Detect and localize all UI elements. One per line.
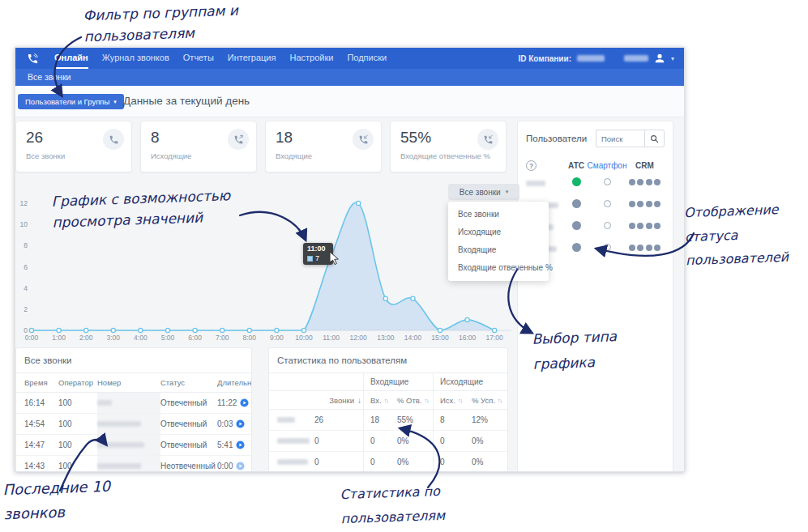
tooltip-series-swatch [307,256,313,262]
col-incoming-sort[interactable]: Вх.↑↓ [363,391,392,409]
users-search-button[interactable] [644,130,665,147]
play-button-icon[interactable] [236,440,245,449]
tooltip-time: 11:00 [307,245,329,253]
help-icon[interactable]: ? [526,160,537,171]
nav-tab-4[interactable]: Интеграция [228,48,276,69]
top-navbar: ОнлайнЖурнал звонковОтчетыИнтеграцияНаст… [15,48,684,69]
navbar-right: ID Компании: ▾ [518,53,678,64]
stats-in: 0 [363,431,392,451]
call-status: Отвеченный [160,419,217,428]
dropdown-option-2[interactable]: Исходящие [448,223,549,241]
call-number-redacted [97,456,160,472]
x-tick: 4:00 [128,334,152,342]
dropdown-option-1[interactable]: Все звонки [448,206,549,223]
call-number-redacted [97,393,160,413]
dropdown-option-4[interactable]: Входящие отвеченные % [448,259,549,277]
call-status: Неотвеченный [160,462,217,470]
user-avatar-icon[interactable] [654,53,665,64]
users-search-input[interactable] [596,130,644,147]
x-tick: 0:00 [19,334,44,342]
users-groups-filter-button[interactable]: Пользователи и Группы ▾ [18,94,124,109]
y-tick-12: 12 [15,199,28,207]
stats-in-pct: 0% [392,452,433,472]
nav-tabs: ОнлайнЖурнал звонковОтчетыИнтеграцияНаст… [54,48,387,69]
group-outgoing: Исходящие [433,373,507,390]
stats-calls: 0 [311,452,363,472]
x-tick: 3:00 [101,334,126,342]
stats-out: 0 [433,431,467,451]
col-outgoing-sort[interactable]: Исх.↑↓ [433,391,467,409]
calls-col: Время [24,378,58,387]
user-menu-chevron-icon[interactable]: ▾ [671,55,674,62]
tooltip-value: 7 [315,254,319,262]
stats-user-redacted [269,431,311,451]
company-id-value-redacted [577,55,605,62]
play-button-icon[interactable] [236,419,245,428]
x-tick: 14:00 [400,334,425,342]
phone-icon [103,129,124,150]
stat-label: Все звонки [26,151,122,160]
play-button-icon[interactable] [236,462,245,470]
chevron-down-icon: ▾ [506,189,509,195]
smartphone-status-dot [604,222,611,229]
nav-tab-1[interactable]: Онлайн [54,48,88,69]
user-stats-card: Статистика по пользователям Входящие Исх… [268,347,508,472]
call-operator: 100 [58,398,97,407]
y-tick-6: 6 [15,263,28,271]
call-time: 14:43 [24,462,58,470]
note-recent-calls: Последние 10 звонков [2,475,112,526]
call-number-redacted [97,435,160,455]
col-crm: CRM [625,161,665,170]
x-tick: 10:00 [292,334,316,342]
users-panel: Пользователи ? АТС Смартфон CRM [517,121,673,472]
stats-out: 8 [433,410,467,430]
stat-card-2: 8Исходящие [140,121,257,172]
x-tick: 12:00 [346,334,370,342]
y-tick-10: 10 [15,220,28,228]
x-tick: 16:00 [455,334,480,342]
note-status: Отображение статуса пользователей [683,198,789,273]
dropdown-option-3[interactable]: Входящие [448,241,549,259]
call-row-4: 14:43100Неотвеченный0:00 [16,456,251,472]
username-redacted [624,55,648,62]
call-time: 14:54 [24,419,58,428]
sort-icon: ↑↓ [384,398,388,403]
stat-card-3: 18Входящие [265,121,382,172]
call-row-2: 14:54100Отвеченный0:03 [16,414,251,435]
col-success-pct-sort[interactable]: % Усп.↑↓ [467,391,507,409]
stat-label: Входящие [276,151,371,160]
atc-status-dot [572,199,581,208]
col-answered-pct-sort[interactable]: % Отв.↑↓ [392,391,433,409]
call-duration: 11:22 [217,398,251,407]
crm-status-dots [625,201,665,207]
nav-tab-3[interactable]: Отчеты [183,48,214,69]
stats-row-3: 000%00% [269,452,507,472]
x-tick: 5:00 [156,334,180,342]
note-user-stats: Статистика по пользователям [340,479,446,531]
atc-status-dot [572,243,581,252]
nav-tab-5[interactable]: Настройки [289,48,333,69]
stats-in: 0 [363,452,392,472]
nav-tab-6[interactable]: Подписки [347,48,387,69]
recent-calls-title: Все звонки [16,348,251,373]
stats-user-redacted [269,452,311,472]
subnav-all-calls[interactable]: Все звонки [28,72,71,82]
play-button-icon[interactable] [240,398,249,407]
app-logo-phone-icon[interactable] [22,50,43,66]
stat-label: Исходящие [151,151,246,160]
x-tick: 15:00 [428,334,452,342]
stat-label: Входящие отвеченные % [400,151,496,160]
y-tick-8: 8 [15,241,28,249]
stats-row-2: 000%00% [269,431,507,452]
nav-tab-2[interactable]: Журнал звонков [102,48,169,69]
note-filter: Фильтр по группам и пользователям [83,0,239,48]
crm-status-dots [625,223,665,229]
chart-type-dropdown-button[interactable]: Все звонки ▾ [448,184,519,200]
col-calls-sort[interactable]: Звонки↓ [311,391,363,409]
call-status: Отвеченный [160,398,217,407]
chevron-down-icon: ▾ [113,99,117,105]
col-smartphone[interactable]: Смартфон [589,161,625,170]
call-time: 16:14 [24,398,58,407]
page: Фильтр по группам и пользователям График… [0,0,808,532]
user-name-redacted [526,175,563,189]
